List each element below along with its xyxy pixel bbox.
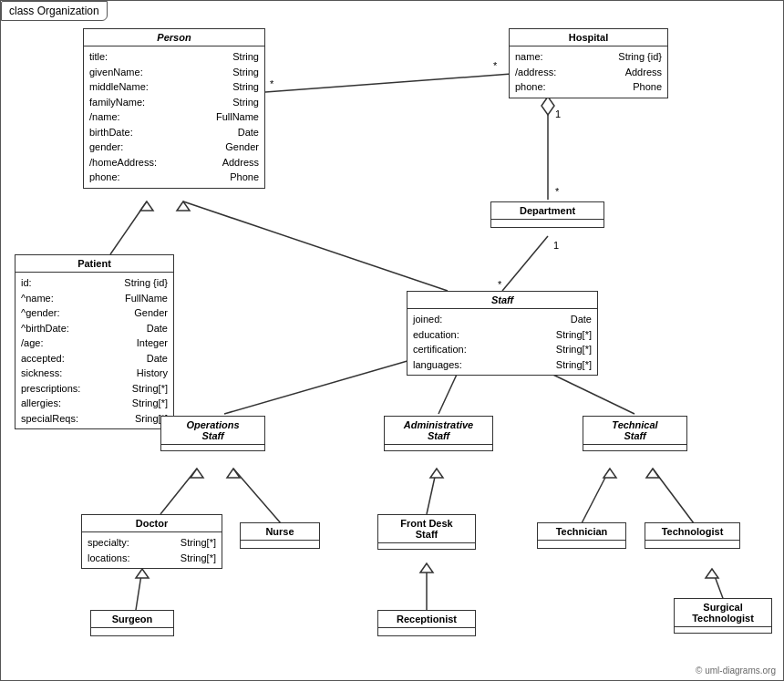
department-class-attrs [491, 220, 603, 227]
hospital-class-attrs: name:String {id} /address:Address phone:… [510, 46, 667, 98]
frontdesk-class: Front DeskStaff [377, 514, 476, 550]
staff-class-name: Staff [407, 292, 597, 309]
staff-class: Staff joined:Date education:String[*] ce… [407, 291, 598, 376]
receptionist-class: Receptionist [377, 610, 476, 636]
person-class: Person title:String givenName:String mid… [83, 28, 265, 189]
nurse-class: Nurse [240, 522, 320, 549]
svg-line-10 [110, 201, 147, 254]
technician-class-name: Technician [538, 523, 625, 541]
svg-marker-35 [706, 569, 718, 578]
surgeon-class: Surgeon [90, 610, 174, 636]
diagram-container: class Organization * * 1 * 1 * [0, 0, 784, 681]
tech-staff-class-attrs [583, 445, 686, 450]
ops-staff-class-attrs [161, 445, 264, 450]
nurse-class-attrs [241, 541, 319, 548]
svg-marker-23 [227, 469, 240, 478]
svg-text:1: 1 [553, 240, 559, 251]
tech-staff-class: TechnicalStaff [583, 416, 687, 451]
svg-marker-13 [177, 201, 190, 211]
surgeon-class-attrs [91, 628, 173, 635]
tech-staff-class-name: TechnicalStaff [583, 417, 686, 445]
patient-class: Patient id:String {id} ^name:FullName ^g… [15, 254, 174, 429]
receptionist-class-attrs [378, 628, 475, 635]
admin-staff-class-name: AdministrativeStaff [385, 417, 492, 445]
technician-class: Technician [537, 522, 626, 549]
svg-text:*: * [498, 279, 502, 290]
receptionist-class-name: Receptionist [378, 611, 475, 628]
svg-text:1: 1 [555, 108, 561, 119]
technologist-class-name: Technologist [645, 523, 739, 541]
frontdesk-class-name: Front DeskStaff [378, 515, 475, 543]
svg-line-26 [582, 469, 610, 523]
admin-staff-class: AdministrativeStaff [384, 416, 493, 451]
person-class-name: Person [84, 29, 264, 46]
ops-staff-class: OperationsStaff [160, 416, 265, 451]
svg-marker-11 [140, 201, 153, 211]
svg-line-30 [136, 569, 142, 610]
person-class-attrs: title:String givenName:String middleName… [84, 46, 264, 188]
svg-marker-25 [430, 469, 443, 478]
svg-line-12 [183, 201, 448, 291]
svg-line-28 [653, 469, 694, 523]
hospital-class: Hospital name:String {id} /address:Addre… [509, 28, 668, 98]
svg-marker-33 [420, 563, 433, 573]
svg-marker-21 [191, 469, 203, 478]
ops-staff-class-name: OperationsStaff [161, 417, 264, 445]
patient-class-name: Patient [15, 255, 173, 273]
svg-marker-4 [542, 97, 554, 115]
technician-class-attrs [538, 541, 625, 548]
svg-line-7 [502, 236, 548, 291]
diagram-title: class Organization [1, 1, 108, 21]
technologist-class: Technologist [645, 522, 740, 549]
svg-line-14 [224, 355, 429, 414]
admin-staff-class-attrs [385, 445, 492, 450]
hospital-class-name: Hospital [510, 29, 667, 46]
svg-text:*: * [270, 78, 274, 89]
surgical-tech-class-attrs [675, 627, 771, 633]
doctor-class: Doctor specialty:String[*] locations:Str… [81, 514, 222, 569]
svg-marker-31 [136, 569, 149, 578]
svg-line-20 [160, 469, 197, 514]
surgical-tech-class-name: SurgicalTechnologist [675, 599, 771, 627]
svg-text:*: * [555, 186, 560, 197]
frontdesk-class-attrs [378, 543, 475, 549]
svg-line-24 [427, 469, 437, 514]
doctor-class-attrs: specialty:String[*] locations:String[*] [82, 532, 222, 568]
copyright: © uml-diagrams.org [696, 666, 776, 676]
svg-line-22 [233, 469, 281, 523]
svg-marker-27 [603, 469, 616, 478]
nurse-class-name: Nurse [241, 523, 319, 541]
svg-marker-29 [646, 469, 659, 478]
department-class-name: Department [491, 202, 603, 220]
surgical-tech-class: SurgicalTechnologist [674, 598, 772, 634]
technologist-class-attrs [645, 541, 739, 548]
doctor-class-name: Doctor [82, 515, 222, 532]
svg-line-34 [712, 569, 724, 601]
department-class: Department [490, 201, 604, 228]
surgeon-class-name: Surgeon [91, 611, 173, 628]
svg-text:*: * [493, 60, 498, 71]
patient-class-attrs: id:String {id} ^name:FullName ^gender:Ge… [15, 273, 173, 428]
staff-class-attrs: joined:Date education:String[*] certific… [407, 309, 597, 375]
svg-line-0 [265, 74, 511, 92]
